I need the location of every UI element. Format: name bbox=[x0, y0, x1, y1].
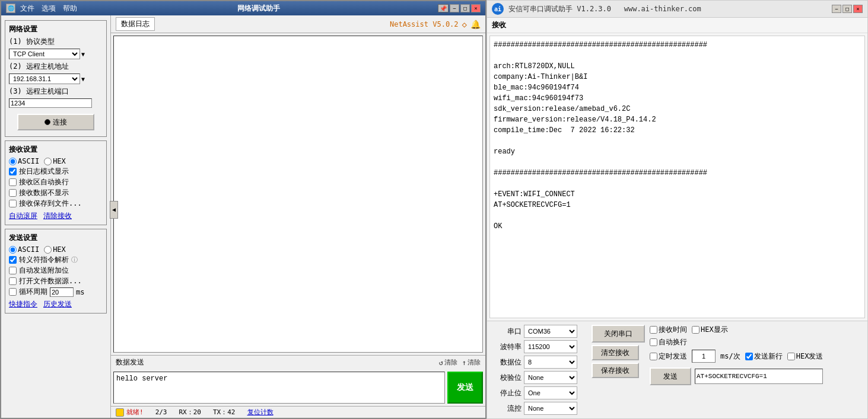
port-select[interactable]: COM36 bbox=[524, 325, 577, 338]
right-send-input[interactable] bbox=[695, 369, 823, 384]
flow-ctrl-label: 流控 bbox=[492, 404, 522, 414]
tx-text: TX：42 bbox=[213, 408, 236, 417]
quick-cmd-link[interactable]: 快捷指令 bbox=[9, 299, 37, 309]
send-newline-checkbox[interactable] bbox=[745, 353, 753, 360]
right-send-button[interactable]: 发送 bbox=[650, 367, 691, 385]
bell-icon[interactable]: 🔔 bbox=[470, 20, 481, 29]
data-log-tab[interactable]: 数据日志 bbox=[116, 17, 155, 31]
hex-display-checkbox-label[interactable]: HEX显示 bbox=[692, 325, 728, 335]
remote-port-input[interactable] bbox=[9, 98, 92, 108]
right-minimize-btn[interactable]: − bbox=[832, 5, 841, 13]
menu-help[interactable]: 帮助 bbox=[61, 4, 80, 14]
right-maximize-btn[interactable]: □ bbox=[842, 5, 852, 13]
protocol-select[interactable]: TCP Client bbox=[9, 49, 80, 59]
data-log-header: 数据日志 NetAssist V5.0.2 ◇ 🔔 bbox=[111, 15, 485, 33]
auto-add-bit-checkbox[interactable] bbox=[9, 267, 17, 274]
reset-count-text[interactable]: 复位计数 bbox=[247, 408, 274, 417]
timing-send-checkbox[interactable] bbox=[650, 353, 657, 360]
rx-text: RX：20 bbox=[179, 408, 202, 417]
escape-parse-info-icon[interactable]: ⓘ bbox=[71, 255, 78, 264]
flow-ctrl-row: 流控 None bbox=[492, 402, 587, 415]
minimize-btn[interactable]: − bbox=[450, 4, 459, 12]
send-hex-radio-label[interactable]: HEX bbox=[44, 245, 66, 254]
port-label: 串口 bbox=[492, 327, 522, 337]
pin-icon[interactable]: 📌 bbox=[438, 4, 449, 12]
clear1-btn[interactable]: ↺ 清除 bbox=[439, 358, 457, 367]
remote-port-label: (3) 远程主机端口 bbox=[9, 87, 103, 97]
stop-bits-select[interactable]: One bbox=[524, 386, 577, 399]
save-recv-button[interactable]: 保存接收 bbox=[592, 363, 639, 378]
send-button[interactable]: 发送 bbox=[447, 372, 483, 404]
auto-wrap-checkbox-label[interactable]: 自动换行 bbox=[650, 337, 687, 347]
save-to-file-checkbox[interactable] bbox=[9, 200, 17, 207]
maximize-btn[interactable]: □ bbox=[460, 4, 470, 12]
loop-ms-input[interactable] bbox=[50, 287, 74, 297]
protocol-label: (1) 协议类型 bbox=[9, 37, 103, 47]
no-display-row: 接收数据不显示 bbox=[9, 188, 103, 198]
right-title-bar: ai 安信可串口调试助手 V1.2.3.0 www.ai-thinker.com… bbox=[487, 1, 867, 18]
data-log-area[interactable] bbox=[113, 36, 483, 353]
flow-ctrl-select[interactable]: None bbox=[524, 402, 577, 415]
ascii-radio-label[interactable]: ASCII bbox=[9, 157, 39, 165]
send-ascii-radio-label[interactable]: ASCII bbox=[9, 245, 39, 254]
close-btn[interactable]: × bbox=[471, 4, 481, 12]
sidebar-collapse-arrow[interactable]: ◀ bbox=[110, 201, 118, 219]
send-settings-section: 发送设置 ASCII HEX 转义符指令解析 ⓘ bbox=[5, 229, 107, 314]
right-panel: ai 安信可串口调试助手 V1.2.3.0 www.ai-thinker.com… bbox=[487, 0, 868, 419]
log-mode-checkbox[interactable] bbox=[9, 168, 17, 175]
receive-area[interactable]: ########################################… bbox=[489, 36, 865, 318]
menu-file[interactable]: 文件 bbox=[18, 4, 37, 14]
baud-select[interactable]: 115200 bbox=[524, 340, 577, 353]
send-ascii-radio[interactable] bbox=[9, 246, 17, 254]
status-bar: 就绪! 2/3 RX：20 TX：42 复位计数 bbox=[111, 406, 485, 418]
progress-text: 2/3 bbox=[155, 408, 167, 416]
ascii-radio[interactable] bbox=[9, 158, 17, 165]
hex-send-checkbox[interactable] bbox=[787, 353, 795, 360]
clear-recv-link[interactable]: 清除接收 bbox=[43, 211, 72, 221]
loop-period-checkbox[interactable] bbox=[9, 288, 17, 296]
mid-controls: 关闭串口 清空接收 保存接收 bbox=[592, 325, 645, 415]
send-textarea[interactable]: hello server bbox=[113, 372, 445, 404]
send-settings-title: 发送设置 bbox=[9, 233, 103, 243]
version-label: NetAssist V5.0.2 ◇ 🔔 bbox=[390, 20, 481, 29]
recv-time-checkbox-label[interactable]: 接收时间 bbox=[650, 325, 687, 335]
clear2-btn[interactable]: ↑ 清除 bbox=[462, 358, 481, 367]
timing-ms-input[interactable] bbox=[692, 350, 716, 363]
auto-scroll-link[interactable]: 自动滚屏 bbox=[9, 211, 37, 221]
left-panel: 🌐 文件 选项 帮助 网络调试助手 📌 − □ × 网络设置 (1) 协议类型 … bbox=[0, 0, 487, 419]
receive-links-row: 自动滚屏 清除接收 bbox=[9, 211, 103, 221]
recv-time-checkbox[interactable] bbox=[650, 326, 657, 334]
right-window-controls: − □ × bbox=[832, 5, 863, 13]
connect-button[interactable]: 连接 bbox=[17, 114, 94, 130]
open-port-button[interactable]: 关闭串口 bbox=[592, 325, 645, 343]
right-close-btn[interactable]: × bbox=[853, 5, 863, 13]
right-content: 接收 #####################################… bbox=[487, 18, 867, 418]
timing-send-checkbox-label[interactable]: 定时发送 bbox=[650, 351, 687, 362]
remote-host-label: (2) 远程主机地址 bbox=[9, 62, 103, 72]
parity-select[interactable]: None bbox=[524, 371, 577, 384]
data-bits-select[interactable]: 8 bbox=[524, 356, 577, 369]
menu-options[interactable]: 选项 bbox=[39, 4, 58, 14]
sidebar: 网络设置 (1) 协议类型 TCP Client ▼ (2) 远程主机地址 19… bbox=[1, 15, 111, 418]
clear-recv-button[interactable]: 清空接收 bbox=[592, 345, 639, 360]
send-input-row: hello server 发送 bbox=[111, 369, 485, 406]
protocol-dropdown-icon[interactable]: ▼ bbox=[81, 51, 85, 57]
remote-host-select[interactable]: 192.168.31.1 bbox=[9, 73, 80, 84]
escape-parse-checkbox[interactable] bbox=[9, 256, 17, 264]
hex-send-checkbox-label[interactable]: HEX发送 bbox=[787, 351, 824, 362]
send-newline-checkbox-label[interactable]: 发送新行 bbox=[745, 351, 783, 362]
save-to-file-row: 接收保存到文件... bbox=[9, 199, 103, 209]
history-send-link[interactable]: 历史发送 bbox=[43, 299, 72, 309]
send-hex-radio[interactable] bbox=[44, 246, 52, 254]
stop-bits-label: 停止位 bbox=[492, 388, 522, 398]
no-display-checkbox[interactable] bbox=[9, 189, 17, 197]
hex-radio[interactable] bbox=[44, 158, 52, 165]
remote-host-dropdown-icon[interactable]: ▼ bbox=[81, 76, 85, 82]
receive-settings-section: 接收设置 ASCII HEX 按日志模式显示 bbox=[5, 140, 107, 225]
right-auto-wrap-checkbox[interactable] bbox=[650, 338, 657, 346]
hex-radio-label[interactable]: HEX bbox=[44, 157, 66, 165]
auto-wrap-checkbox[interactable] bbox=[9, 178, 17, 186]
baud-row: 波特率 115200 bbox=[492, 340, 587, 353]
open-file-checkbox[interactable] bbox=[9, 277, 17, 285]
hex-display-checkbox[interactable] bbox=[692, 326, 700, 334]
